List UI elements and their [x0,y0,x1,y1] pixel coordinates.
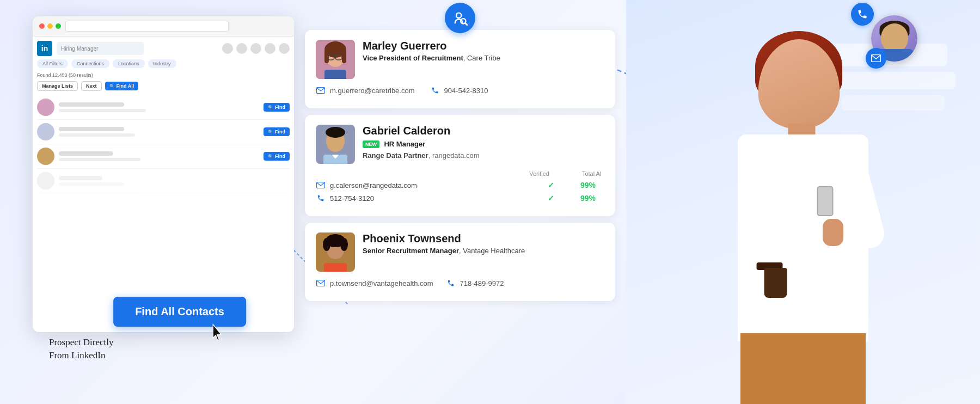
li-name-placeholder [59,176,102,180]
contact-email-row: m.guerrero@caretribe.com 904-542-8310 [316,85,604,95]
envelope-phoenix-icon [316,280,325,286]
svg-point-1 [456,13,461,18]
action-bar[interactable]: Manage Lists Next 🔍 Find All [37,81,290,91]
linkedin-header: in Hiring Manager [37,41,290,56]
woman-figure [689,23,917,404]
phone-bubble-icon [851,3,874,26]
contact-name-marley: Marley Guerrero [363,40,604,52]
phone-text-phoenix: 718-489-9972 [460,279,504,287]
contact-name-phoenix: Phoenix Townsend [363,232,604,245]
nav-dot [222,43,233,54]
search-placeholder: Hiring Manager [61,46,98,52]
svg-rect-24 [324,263,347,272]
li-find-button[interactable]: 🔍 Find [264,127,290,136]
find-all-contacts-button[interactable]: Find All Contacts [113,297,246,327]
manage-lists-button[interactable]: Manage Lists [37,81,78,91]
contact-details-phoenix: Phoenix Townsend Senior Recruitment Mana… [363,232,604,256]
contact-title-phoenix: Senior Recruitment Manager, Vantage Heal… [363,247,604,255]
browser-titlebar [33,16,294,36]
li-find-button[interactable]: 🔍 Find [264,152,290,161]
li-name-placeholder [59,127,124,131]
email-bubble-icon [866,48,886,69]
li-contact-info [59,176,290,186]
nav-dot [236,43,247,54]
li-contact-info [59,102,259,112]
phone-icon [430,85,440,95]
result-count: Found 12,450 (50 results) [37,72,290,78]
svg-point-16 [326,127,345,138]
contact-cards-section: Marley Guerrero Vice President of Recrui… [305,30,615,301]
svg-rect-8 [342,50,346,63]
contact-header-gabriel: Gabriel Calderon NEW HR Manager Range Da… [316,125,604,164]
email-icon [316,85,326,95]
search-icon-circle [445,3,475,33]
new-badge: NEW [363,140,379,148]
email-text-phoenix: p.townsend@vantagehealth.com [330,279,433,287]
email-verify-row: g.calerson@rangedata.com ✓ 99% [316,180,604,190]
next-button[interactable]: Next [81,81,102,91]
contact-details-marley: Marley Guerrero Vice President of Recrui… [363,40,604,63]
ai-col-header: Total AI [582,170,602,177]
li-avatar [37,172,54,189]
linkedin-logo: in [37,41,52,56]
email-text-marley: m.guerrero@caretribe.com [330,87,415,95]
avatar-marley [316,40,355,79]
filter-chip: Locations [113,59,145,68]
phone-ai-score: 99% [572,194,604,203]
company-text-phoenix: Vantage Healthcare [463,247,525,255]
annotation-text: Prospect Directly From LinkedIn [49,336,114,362]
verification-section: Verified Total AI g.calerson@rangedata.c… [316,170,604,203]
nav-dot [279,43,290,54]
li-contact-row: 🔍 Find [37,144,290,169]
svg-line-3 [465,23,467,25]
avatar-gabriel [316,125,355,164]
contact-card-marley: Marley Guerrero Vice President of Recrui… [305,30,615,108]
svg-point-23 [340,238,348,251]
woman-hand-right [823,219,843,246]
li-contact-info [59,151,259,161]
phone-verify-row: 512-754-3120 ✓ 99% [316,193,604,203]
li-title-placeholder [59,133,135,137]
window-controls [39,23,61,29]
contact-details-gabriel: Gabriel Calderon NEW HR Manager Range Da… [363,125,604,160]
contact-header: Marley Guerrero Vice President of Recrui… [316,40,604,79]
email-verify-value: g.calerson@rangedata.com [330,181,530,189]
maximize-dot [56,23,61,29]
phone-icon-svg [431,87,439,94]
contact-title-line: NEW HR Manager [363,139,604,149]
filter-chip: Industry [148,59,176,68]
filter-chip: Connections [71,59,109,68]
find-all-li-button[interactable]: 🔍 Find All [105,82,139,90]
phone-icon-bubble [857,9,868,20]
email-icon-verify [316,180,326,190]
contact-header-phoenix: Phoenix Townsend Senior Recruitment Mana… [316,232,604,272]
annotation-line1: Prospect Directly [49,337,114,347]
linkedin-search: Hiring Manager [57,42,144,55]
company-text: Care Tribe [467,54,500,62]
phone-verify-value: 512-754-3120 [330,194,530,203]
linkedin-content: in Hiring Manager All Filters Connection… [33,36,294,198]
svg-rect-12 [324,70,346,79]
li-contact-info [59,127,259,137]
close-dot [39,23,45,29]
li-contact-row: 🔍 Find [37,120,290,144]
phone-verify-icon [317,194,324,202]
annotation-container: Prospect Directly From LinkedIn [49,336,114,362]
phone-text-marley: 904-542-8310 [444,87,488,95]
phone-icon-verify [316,193,326,203]
browser-window: in Hiring Manager All Filters Connection… [33,16,294,332]
verified-col-header: Verified [529,170,549,177]
phone-device [817,186,834,216]
li-avatar [37,148,54,165]
email-verified-check: ✓ [535,181,567,189]
li-title-placeholder [59,109,146,112]
address-bar [65,21,229,32]
cursor [210,323,226,346]
li-contact-row: 🔍 Find [37,95,290,120]
li-title-placeholder [59,158,140,161]
annotation-line2: From LinkedIn [49,350,105,360]
li-find-button[interactable]: 🔍 Find [264,103,290,112]
filter-bar: All Filters Connections Locations Indust… [37,59,290,68]
contact-email-row-phoenix: p.townsend@vantagehealth.com 718-489-997… [316,278,604,288]
phone-icon-phoenix [446,278,456,288]
